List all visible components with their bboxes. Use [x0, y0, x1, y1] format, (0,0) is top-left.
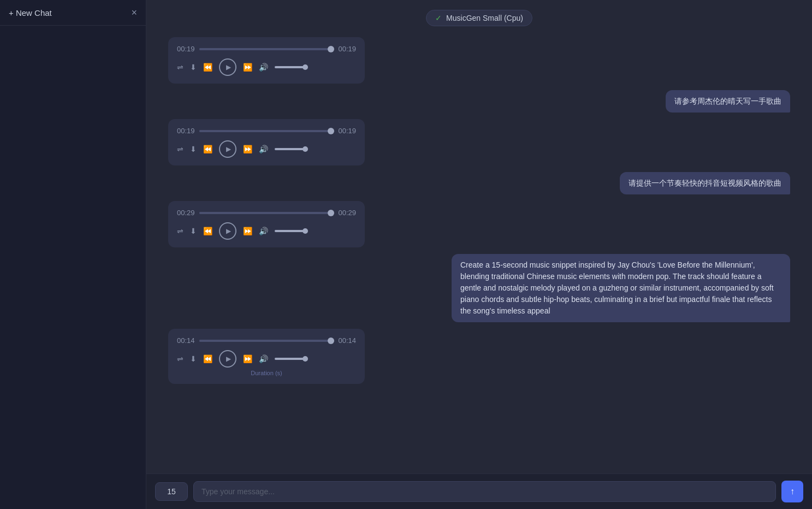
rewind-button-2[interactable]: ⏪ [203, 145, 212, 153]
audio-time-total-3: 00:29 [338, 209, 356, 217]
user-message-text-1: 请参考周杰伦的晴天写一手歌曲 [674, 97, 781, 105]
main-panel: ✓ MusicGen Small (Cpu) 00:19 00:19 ⇌ ⬇ ⏪… [146, 0, 812, 509]
chat-messages: 00:19 00:19 ⇌ ⬇ ⏪ ▶ ⏩ 🔊 [146, 32, 812, 474]
forward-button-1[interactable]: ⏩ [243, 63, 252, 72]
close-sidebar-button[interactable]: × [131, 8, 137, 17]
rewind-button-4[interactable]: ⏪ [203, 354, 212, 363]
download-button-2[interactable]: ⬇ [190, 145, 197, 153]
audio-time-current-2: 00:19 [177, 127, 195, 135]
volume-bar-2[interactable] [275, 148, 307, 150]
volume-bar-3[interactable] [275, 230, 307, 232]
user-message-2: 请提供一个节奏轻快的抖音短视频风格的歌曲 [620, 172, 790, 194]
volume-button-4[interactable]: 🔊 [259, 354, 268, 363]
input-bar: ↑ [146, 474, 812, 509]
user-message-3: Create a 15-second music snippet inspire… [452, 254, 790, 322]
audio-time-total-2: 00:19 [338, 127, 356, 135]
play-button-2[interactable]: ▶ [219, 140, 236, 158]
audio-time-current-1: 00:19 [177, 45, 195, 53]
audio-player-2: 00:19 00:19 ⇌ ⬇ ⏪ ▶ ⏩ 🔊 [168, 119, 365, 165]
audio-controls-4: ⇌ ⬇ ⏪ ▶ ⏩ 🔊 [177, 350, 356, 368]
user-message-1: 请参考周杰伦的晴天写一手歌曲 [666, 90, 790, 113]
audio-player-3: 00:29 00:29 ⇌ ⬇ ⏪ ▶ ⏩ 🔊 [168, 201, 365, 247]
user-message-text-2: 请提供一个节奏轻快的抖音短视频风格的歌曲 [629, 179, 781, 187]
sidebar-header: + New Chat × [0, 0, 146, 26]
audio-player-1: 00:19 00:19 ⇌ ⬇ ⏪ ▶ ⏩ 🔊 [168, 37, 365, 84]
audio-controls-1: ⇌ ⬇ ⏪ ▶ ⏩ 🔊 [177, 58, 356, 76]
download-button-4[interactable]: ⬇ [190, 354, 197, 363]
sidebar: + New Chat × [0, 0, 146, 509]
new-chat-label: + New Chat [9, 8, 52, 17]
play-button-4[interactable]: ▶ [219, 350, 236, 368]
rewind-button-3[interactable]: ⏪ [203, 227, 212, 235]
new-chat-button[interactable]: + New Chat [9, 8, 52, 17]
model-badge-row: ✓ MusicGen Small (Cpu) [146, 0, 812, 32]
message-input[interactable] [193, 481, 776, 502]
duration-input[interactable] [155, 482, 188, 501]
volume-button-2[interactable]: 🔊 [259, 145, 268, 153]
send-button[interactable]: ↑ [781, 481, 803, 502]
duration-label: Duration (s) [177, 370, 356, 376]
volume-button-3[interactable]: 🔊 [259, 227, 268, 235]
close-icon: × [131, 7, 137, 18]
audio-time-current-3: 00:29 [177, 209, 195, 217]
model-badge: ✓ MusicGen Small (Cpu) [426, 10, 532, 26]
forward-button-2[interactable]: ⏩ [243, 145, 252, 153]
send-icon: ↑ [790, 487, 795, 496]
audio-controls-2: ⇌ ⬇ ⏪ ▶ ⏩ 🔊 [177, 140, 356, 158]
download-button-3[interactable]: ⬇ [190, 227, 197, 235]
forward-button-4[interactable]: ⏩ [243, 354, 252, 363]
audio-progress-bar-2[interactable] [199, 130, 334, 132]
model-name: MusicGen Small (Cpu) [446, 14, 523, 22]
download-button-1[interactable]: ⬇ [190, 63, 197, 72]
audio-controls-3: ⇌ ⬇ ⏪ ▶ ⏩ 🔊 [177, 222, 356, 240]
shuffle-button-3[interactable]: ⇌ [177, 227, 183, 235]
volume-bar-1[interactable] [275, 66, 307, 68]
play-button-3[interactable]: ▶ [219, 222, 236, 240]
audio-progress-bar-3[interactable] [199, 212, 334, 214]
shuffle-button-1[interactable]: ⇌ [177, 63, 183, 72]
user-message-text-3: Create a 15-second music snippet inspire… [460, 261, 774, 315]
audio-time-total-4: 00:14 [338, 336, 356, 345]
audio-progress-bar-4[interactable] [199, 340, 334, 342]
check-icon: ✓ [435, 14, 442, 22]
volume-bar-4[interactable] [275, 358, 307, 360]
audio-player-4: 00:14 00:14 ⇌ ⬇ ⏪ ▶ ⏩ 🔊 Duration (s) [168, 329, 365, 384]
audio-progress-bar-1[interactable] [199, 48, 334, 50]
audio-time-current-4: 00:14 [177, 336, 195, 345]
rewind-button-1[interactable]: ⏪ [203, 63, 212, 72]
volume-button-1[interactable]: 🔊 [259, 63, 268, 72]
audio-time-total-1: 00:19 [338, 45, 356, 53]
play-button-1[interactable]: ▶ [219, 58, 236, 76]
forward-button-3[interactable]: ⏩ [243, 227, 252, 235]
shuffle-button-2[interactable]: ⇌ [177, 145, 183, 153]
shuffle-button-4[interactable]: ⇌ [177, 354, 183, 363]
